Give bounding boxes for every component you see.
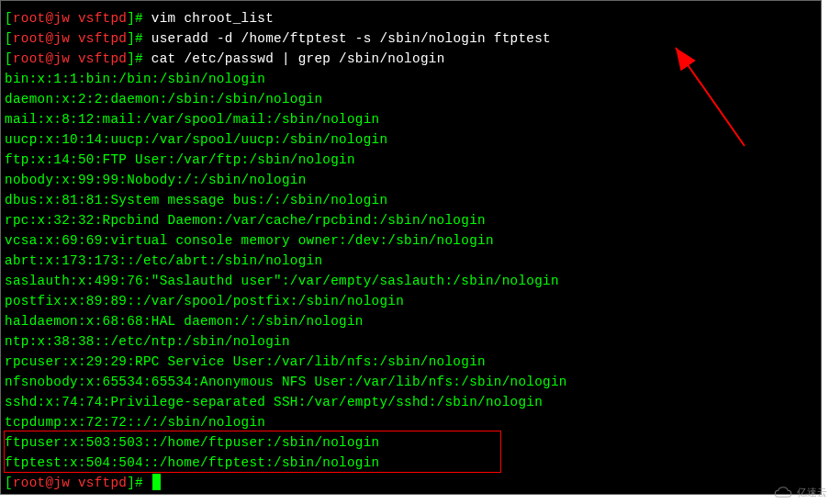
output-line: tcpdump:x:72:72::/:/sbin/nologin: [5, 412, 817, 432]
output-line: postfix:x:89:89::/var/spool/postfix:/sbi…: [5, 291, 817, 311]
output-line: ftp:x:14:50:FTP User:/var/ftp:/sbin/nolo…: [5, 150, 817, 170]
output-line: uucp:x:10:14:uucp:/var/spool/uucp:/sbin/…: [5, 129, 817, 150]
terminal-window[interactable]: [root@jw vsftpd]# vim chroot_list [root@…: [0, 0, 822, 495]
output-line: sshd:x:74:74:Privilege-separated SSH:/va…: [5, 392, 817, 412]
output-line: rpc:x:32:32:Rpcbind Daemon:/var/cache/rp…: [5, 210, 817, 230]
prompt-user-host: root@jw vsftpd: [13, 31, 127, 46]
cursor: [152, 474, 161, 490]
command-text: cat /etc/passwd | grep /sbin/nologin: [151, 51, 445, 66]
cmd-line-2: [root@jw vsftpd]# useradd -d /home/ftpte…: [5, 28, 817, 49]
prompt-bracket-open: [: [5, 31, 13, 46]
output-line: mail:x:8:12:mail:/var/spool/mail:/sbin/n…: [5, 109, 817, 129]
output-line: nfsnobody:x:65534:65534:Anonymous NFS Us…: [5, 372, 817, 392]
cmd-line-4: [root@jw vsftpd]#: [5, 473, 817, 493]
output-line: haldaemon:x:68:68:HAL daemon:/:/sbin/nol…: [5, 311, 817, 331]
cmd-line-1: [root@jw vsftpd]# vim chroot_list: [5, 8, 817, 28]
prompt-bracket-open: [: [5, 51, 13, 66]
output-line: ftpuser:x:503:503::/home/ftpuser:/sbin/n…: [5, 432, 817, 453]
prompt-bracket-close: ]#: [127, 476, 151, 490]
command-text: useradd -d /home/ftptest -s /sbin/nologi…: [151, 31, 551, 46]
output-line: rpcuser:x:29:29:RPC Service User:/var/li…: [5, 352, 817, 372]
output-line: dbus:x:81:81:System message bus:/:/sbin/…: [5, 190, 817, 210]
cloud-icon: [773, 486, 793, 498]
cmd-line-3: [root@jw vsftpd]# cat /etc/passwd | grep…: [5, 49, 817, 69]
output-line: abrt:x:173:173::/etc/abrt:/sbin/nologin: [5, 251, 817, 271]
prompt-bracket-close: ]#: [127, 11, 151, 26]
output-line: ntp:x:38:38::/etc/ntp:/sbin/nologin: [5, 331, 817, 352]
output-line: vcsa:x:69:69:virtual console memory owne…: [5, 230, 817, 251]
prompt-bracket-open: [: [5, 11, 13, 26]
output-line: bin:x:1:1:bin:/bin:/sbin/nologin: [5, 69, 817, 89]
output-line: nobody:x:99:99:Nobody:/:/sbin/nologin: [5, 170, 817, 190]
prompt-user-host: root@jw vsftpd: [13, 476, 127, 490]
command-text: vim chroot_list: [151, 11, 274, 26]
prompt-user-host: root@jw vsftpd: [13, 51, 127, 66]
output-line: ftptest:x:504:504::/home/ftptest:/sbin/n…: [5, 453, 817, 473]
watermark-text: 亿速云: [797, 482, 827, 502]
prompt-bracket-open: [: [5, 476, 13, 490]
prompt-user-host: root@jw vsftpd: [13, 11, 127, 26]
prompt-bracket-close: ]#: [127, 31, 151, 46]
prompt-bracket-close: ]#: [127, 51, 151, 66]
output-line: daemon:x:2:2:daemon:/sbin:/sbin/nologin: [5, 89, 817, 109]
watermark: 亿速云: [773, 482, 827, 502]
output-line: saslauth:x:499:76:"Saslauthd user":/var/…: [5, 271, 817, 291]
